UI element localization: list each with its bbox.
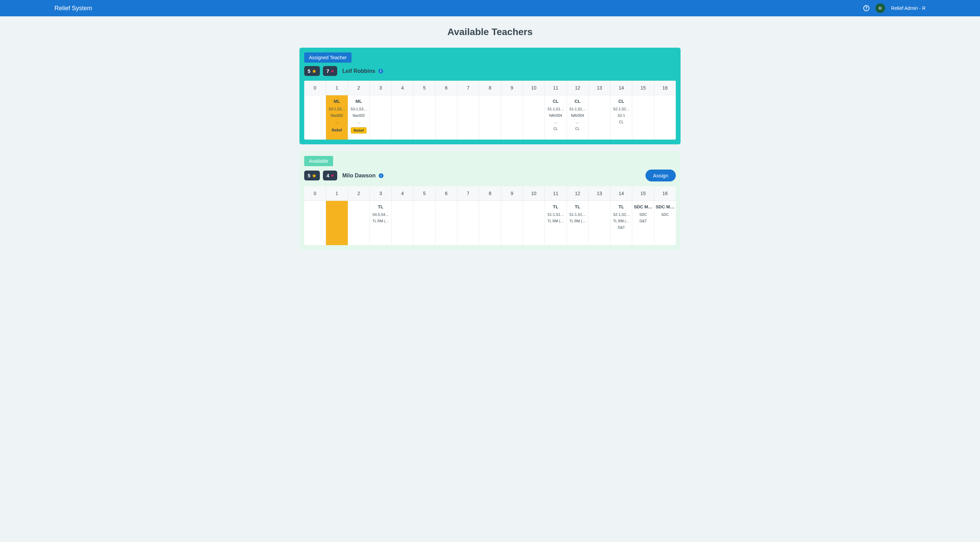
schedule-header: 012345678910111213141516 — [304, 81, 676, 95]
period-header: 13 — [589, 186, 611, 201]
slot-line: D&T — [640, 218, 647, 223]
info-icon[interactable]: i — [379, 69, 383, 73]
slot-title: ML — [334, 99, 340, 104]
slot-title: TL — [619, 204, 624, 209]
slot-title: TL — [575, 204, 580, 209]
heart-count: 4 — [326, 172, 329, 179]
schedule-slot[interactable] — [501, 201, 523, 245]
period-header: 16 — [654, 186, 676, 201]
teacher-name: Leif Robbins — [342, 68, 375, 74]
schedule-slot[interactable] — [589, 95, 611, 140]
slot-title: CL — [618, 99, 624, 104]
heart-icon: ♥ — [331, 173, 334, 179]
schedule-slot[interactable]: TLS1-1,S1…TL RM (… — [545, 201, 566, 245]
period-header: 15 — [632, 81, 654, 95]
schedule-slot[interactable] — [523, 201, 545, 245]
period-header: 6 — [436, 186, 457, 201]
schedule-row: TLS4-5,S4…TL RM (…TLS1-1,S1…TL RM (…TLS1… — [304, 201, 676, 245]
period-header: 5 — [414, 186, 435, 201]
schedule-slot[interactable]: CLS1-1,S1…NAV004…CL — [567, 95, 589, 140]
teacher-info: 5★4♥Milo Dawsoni — [304, 171, 383, 180]
star-badge: 5★ — [304, 171, 320, 180]
slot-line: S1-1,S1… — [569, 212, 585, 217]
slot-line: D&T — [617, 225, 625, 230]
schedule-slot[interactable] — [348, 201, 370, 245]
schedule-slot[interactable]: SDC M…SDCD&T — [632, 201, 654, 245]
info-icon[interactable]: i — [379, 173, 383, 178]
page-title: Available Teachers — [0, 27, 980, 37]
slot-line: … — [576, 120, 579, 124]
schedule-table: 012345678910111213141516MLS3-1,S3…Nav002… — [304, 81, 676, 140]
user-name[interactable]: Relief Admin - R — [891, 5, 926, 11]
schedule-header: 012345678910111213141516 — [304, 186, 676, 201]
star-icon: ★ — [312, 173, 317, 179]
schedule-slot[interactable] — [589, 201, 611, 245]
slot-line: … — [335, 120, 339, 124]
schedule-slot[interactable]: CLS2-1,S2…S2-1CL — [611, 95, 632, 140]
period-header: 12 — [567, 81, 589, 95]
heart-badge: 4♥ — [323, 171, 337, 180]
schedule-slot[interactable]: TLS2-1,S2…TL RM (…D&T — [611, 201, 632, 245]
period-header: 10 — [523, 186, 545, 201]
avatar[interactable]: R — [875, 3, 885, 13]
schedule-slot[interactable] — [479, 95, 501, 140]
heart-icon: ♥ — [331, 69, 334, 74]
period-header: 7 — [457, 81, 479, 95]
schedule-slot[interactable]: SDC M…SDC — [654, 201, 676, 245]
teacher-info-row: 5★7♥Leif Robbinsi — [304, 66, 676, 76]
schedule-slot[interactable] — [457, 201, 479, 245]
slot-line: S3-1,S3… — [329, 107, 345, 111]
schedule-slot[interactable] — [457, 95, 479, 140]
schedule-slot[interactable] — [370, 95, 392, 140]
schedule-slot[interactable] — [414, 95, 435, 140]
schedule-slot[interactable] — [326, 201, 348, 245]
slot-title: ML — [356, 99, 362, 104]
period-header: 5 — [414, 81, 435, 95]
period-header: 3 — [370, 186, 392, 201]
schedule-slot[interactable] — [632, 95, 654, 140]
period-header: 1 — [326, 186, 348, 201]
star-badge: 5★ — [304, 66, 320, 76]
schedule-slot[interactable] — [523, 95, 545, 140]
period-header: 0 — [304, 81, 326, 95]
period-header: 4 — [392, 81, 414, 95]
schedule-slot[interactable] — [304, 201, 326, 245]
schedule-slot[interactable] — [414, 201, 435, 245]
schedule-slot[interactable] — [436, 95, 457, 140]
schedule-slot[interactable] — [392, 201, 414, 245]
slot-line: S2-1,S2… — [613, 212, 630, 217]
period-header: 16 — [654, 81, 676, 95]
schedule-slot[interactable] — [501, 95, 523, 140]
schedule-slot[interactable]: TLS4-5,S4…TL RM (… — [370, 201, 392, 245]
schedule-slot[interactable]: CLS1-1,S1…NAV004…CL — [545, 95, 566, 140]
slot-line: TL RM (… — [613, 218, 630, 223]
slot-line: TL RM (… — [569, 218, 585, 223]
relief-tag: Relief — [329, 128, 344, 133]
period-header: 14 — [611, 186, 632, 201]
schedule-slot[interactable]: TLS1-1,S1…TL RM (… — [567, 201, 589, 245]
period-header: 10 — [523, 81, 545, 95]
schedule-slot[interactable] — [304, 95, 326, 140]
period-header: 12 — [567, 186, 589, 201]
period-header: 8 — [479, 81, 501, 95]
slot-line: NAV004 — [549, 113, 562, 118]
slot-line: TL RM (… — [372, 218, 389, 223]
heart-badge: 7♥ — [323, 66, 337, 76]
period-header: 2 — [348, 81, 370, 95]
schedule-slot[interactable]: MLS3-1,S3…Nav002…Relief — [348, 95, 370, 140]
schedule-slot[interactable] — [654, 95, 676, 140]
slot-line: S2-1 — [617, 113, 625, 118]
period-header: 3 — [370, 81, 392, 95]
teacher-card: Available5★4♥Milo DawsoniAssign012345678… — [299, 151, 681, 250]
slot-line: S1-1,S1… — [547, 212, 564, 217]
help-icon[interactable]: ? — [863, 5, 869, 11]
period-header: 0 — [304, 186, 326, 201]
period-header: 11 — [545, 186, 566, 201]
schedule-slot[interactable] — [436, 201, 457, 245]
schedule-slot[interactable]: MLS3-1,S3…Nav002…Relief — [326, 95, 348, 140]
schedule-slot[interactable] — [479, 201, 501, 245]
period-header: 4 — [392, 186, 414, 201]
assign-button[interactable]: Assign — [646, 169, 676, 182]
schedule-slot[interactable] — [392, 95, 414, 140]
period-header: 9 — [501, 186, 523, 201]
